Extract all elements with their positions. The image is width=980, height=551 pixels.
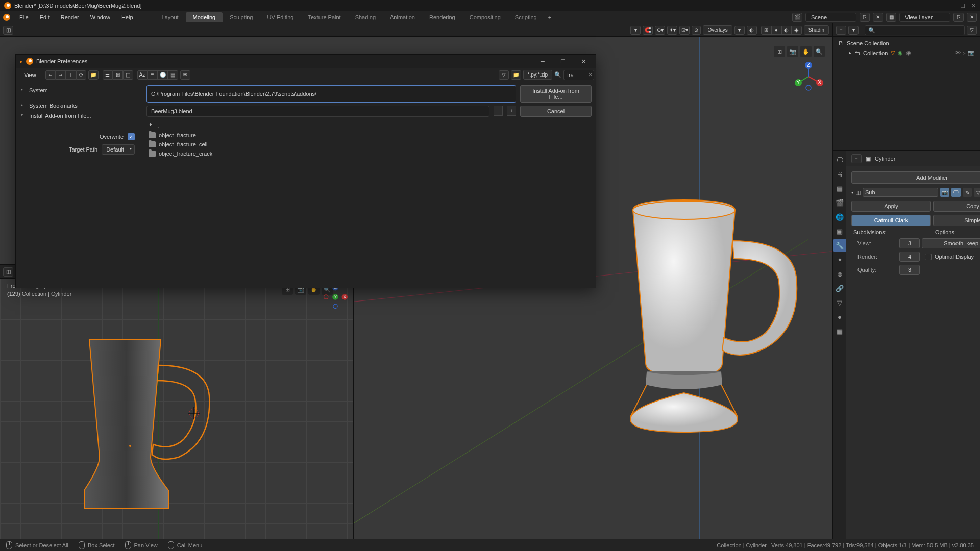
nav-pan-icon[interactable]: ✋ (800, 46, 812, 57)
prop-tab-mesh[interactable]: ▽ (833, 296, 846, 309)
fd-sort-alpha-icon[interactable]: Aᴢ (137, 70, 148, 80)
tab-rendering[interactable]: Rendering (422, 12, 462, 22)
dialog-close-button[interactable]: ✕ (573, 56, 594, 67)
fd-filter-ext[interactable]: *.py;*.zip (523, 70, 552, 80)
viewlayer-copy-button[interactable]: ⎘ (953, 13, 964, 22)
cancel-button[interactable]: Cancel (520, 106, 592, 117)
menu-help[interactable]: Help (116, 13, 138, 22)
fd-tree-bookmarks[interactable]: System Bookmarks (19, 101, 139, 111)
shading-rendered-icon[interactable]: ◉ (792, 26, 802, 35)
vp2-editor-icon[interactable]: ◫ (3, 267, 13, 277)
tab-compositing[interactable]: Compositing (462, 12, 508, 22)
tab-layout[interactable]: Layout (155, 12, 186, 22)
vp-gizmo-icon[interactable]: ✦▾ (667, 26, 677, 35)
mod-realtime-icon[interactable]: 🖵 (951, 188, 961, 197)
tab-uv[interactable]: UV Editing (260, 12, 301, 22)
prop-context-icon[interactable]: ≡ (851, 154, 862, 163)
fd-file-item[interactable]: object_fracture (146, 131, 592, 140)
fd-newfolder-icon[interactable]: 📁 (88, 70, 99, 80)
fd-display-thumb-icon[interactable]: ◫ (123, 70, 133, 80)
render-icon[interactable]: 📷 (968, 49, 975, 56)
prop-tab-output[interactable]: 🖨 (833, 167, 846, 181)
shading-label[interactable]: Shadin (804, 25, 829, 35)
prop-tab-world[interactable]: 🌐 (833, 210, 846, 223)
uv-smooth-dropdown[interactable]: Smooth, keep cor..▾ (922, 238, 980, 248)
navigation-gizmo[interactable]: X Y Z (793, 61, 824, 92)
viewlayer-icon[interactable]: ▦ (886, 13, 896, 22)
maximize-button[interactable]: ☐ (960, 3, 965, 9)
chevron-down-icon[interactable]: ▾ (851, 190, 853, 195)
scene-name-input[interactable] (805, 13, 856, 22)
tab-animation[interactable]: Animation (383, 12, 422, 22)
prop-tab-render[interactable]: 🖵 (833, 153, 846, 166)
viewlayer-input[interactable] (899, 13, 950, 22)
visibility-icon[interactable]: 👁 (955, 49, 961, 56)
vp-overlays-icon[interactable]: ⊙ (692, 26, 701, 35)
clear-search-icon[interactable]: ✕ (588, 71, 593, 78)
nav-zoom-icon[interactable]: 🔍 (814, 46, 825, 57)
outliner-search[interactable] (865, 25, 965, 35)
vp-pivot-icon[interactable]: ⊙▾ (655, 26, 665, 35)
prop-tab-material[interactable]: ● (833, 310, 846, 323)
scene-delete-button[interactable]: ✕ (873, 13, 883, 22)
fd-display-list-icon[interactable]: ☰ (103, 70, 113, 80)
menu-edit[interactable]: Edit (35, 13, 55, 22)
install-addon-button[interactable]: Install Add-on from File... (520, 85, 592, 103)
vp-overlays-dropdown-icon[interactable]: ▾ (734, 26, 745, 35)
simple-button[interactable]: Simple (933, 215, 980, 226)
add-modifier-button[interactable]: Add Modifier (851, 171, 980, 184)
add-workspace-button[interactable]: + (544, 12, 555, 22)
render-value[interactable]: 4 (899, 252, 920, 262)
scene-copy-button[interactable]: ⎘ (860, 13, 870, 22)
fd-file-item[interactable]: object_fracture_cell (146, 140, 592, 149)
fd-display-grid-icon[interactable]: ⊞ (113, 70, 123, 80)
prop-tab-object[interactable]: ▣ (833, 224, 846, 238)
editor-type-icon[interactable]: ◫ (3, 26, 13, 35)
minimize-button[interactable]: ─ (950, 3, 954, 9)
prop-tab-physics[interactable]: ⊚ (833, 267, 846, 281)
fd-decrement-button[interactable]: − (494, 106, 503, 116)
copy-button[interactable]: Copy (933, 201, 980, 212)
viewlayer-delete-button[interactable]: ✕ (967, 13, 977, 22)
viewport-small-canvas[interactable]: Front Orthographic (129) Collection | Cy… (0, 279, 353, 539)
vp-snap-icon[interactable]: 🧲 (643, 26, 653, 35)
fd-file-parent[interactable]: ↰.. (146, 121, 592, 131)
close-button[interactable]: ✕ (971, 3, 976, 9)
mod-cage-icon[interactable]: ▽ (974, 188, 980, 197)
fd-sort-ext-icon[interactable]: ≡ (148, 70, 158, 80)
prop-tab-constraints[interactable]: 🔗 (833, 282, 846, 295)
shading-solid-icon[interactable]: ● (771, 26, 781, 35)
shading-material-icon[interactable]: ◐ (781, 26, 792, 35)
tab-shading[interactable]: Shading (348, 12, 383, 22)
fd-filter-toggle-icon[interactable]: ▽ (499, 70, 509, 80)
fd-path-input[interactable] (146, 85, 516, 103)
fd-view-menu[interactable]: View (19, 70, 41, 80)
nav-camera-icon[interactable]: 📷 (787, 46, 798, 57)
mod-render-icon[interactable]: 📷 (940, 188, 949, 197)
apply-button[interactable]: Apply (851, 201, 931, 212)
view-value[interactable]: 3 (899, 238, 920, 248)
prop-tab-modifiers[interactable]: 🔧 (833, 239, 846, 252)
fd-forward-icon[interactable]: → (56, 70, 66, 80)
scene-icon[interactable]: 🎬 (792, 13, 802, 22)
outliner-scene-collection[interactable]: 🗋 Scene Collection (835, 39, 978, 48)
outliner-filter-icon[interactable]: ▽ (967, 26, 977, 35)
back-arrow-icon[interactable]: ▸ (20, 58, 23, 65)
overwrite-checkbox[interactable]: ✓ (128, 133, 135, 140)
outliner-editor-icon[interactable]: ≡ (836, 26, 846, 35)
fd-filename-input[interactable] (146, 106, 489, 117)
selectable-icon[interactable]: ▹ (963, 49, 966, 56)
target-path-dropdown[interactable]: Default (102, 144, 135, 155)
vp-overlays-label[interactable]: Overlays (703, 25, 732, 35)
prop-tab-texture[interactable]: ▦ (833, 324, 846, 338)
vp-selectability-icon[interactable]: ▾ (630, 26, 641, 35)
prop-tab-particles[interactable]: ✦ (833, 253, 846, 266)
fd-increment-button[interactable]: + (507, 106, 516, 116)
menu-window[interactable]: Window (85, 13, 115, 22)
mod-editmode-icon[interactable]: ✎ (963, 188, 972, 197)
fd-showhidden-icon[interactable]: 👁 (180, 70, 190, 80)
fd-tree-system[interactable]: System (19, 85, 139, 95)
menu-render[interactable]: Render (56, 13, 84, 22)
vp-xray-icon[interactable]: ◐ (747, 26, 757, 35)
fd-refresh-icon[interactable]: ⟳ (76, 70, 86, 80)
